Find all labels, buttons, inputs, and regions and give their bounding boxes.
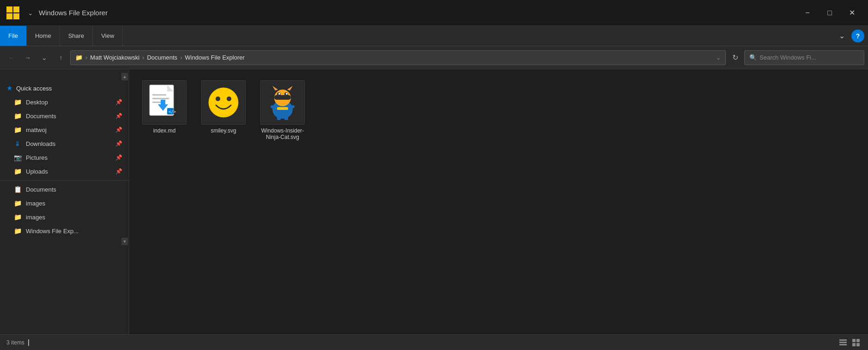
pin-icon-pictures: 📌	[115, 154, 122, 161]
svg-rect-36	[839, 339, 847, 341]
help-button[interactable]: ?	[851, 30, 864, 42]
address-bar[interactable]: 📁 › Matt Wojciakowski › Documents › Wind…	[70, 50, 726, 65]
desktop-folder-icon: 📁	[13, 97, 22, 107]
file-item-index-md[interactable]: </> index.md	[137, 77, 192, 144]
file-item-ninja-cat[interactable]: Windows-Insider-Ninja-Cat.svg	[255, 77, 310, 144]
tab-file[interactable]: File	[0, 26, 27, 46]
svg-line-27	[268, 98, 274, 99]
svg-rect-1	[13, 6, 19, 12]
back-button[interactable]: ←	[4, 50, 18, 65]
pin-icon-mattwoj: 📌	[115, 127, 122, 133]
svg-rect-7	[152, 94, 166, 96]
sidebar-scroll-up[interactable]: ▲	[121, 73, 128, 80]
tab-view[interactable]: View	[93, 26, 123, 46]
quick-access-toolbar[interactable]: ⌄	[24, 6, 37, 19]
quick-access-label: Quick access	[16, 85, 52, 92]
app-icon	[6, 6, 20, 20]
title-bar: ⌄ Windows File Explorer − □ ✕	[0, 0, 868, 26]
svg-rect-32	[289, 105, 295, 108]
window-controls: − □ ✕	[797, 5, 862, 21]
svg-rect-31	[271, 105, 276, 108]
sidebar-pictures-label: Pictures	[26, 154, 48, 161]
sidebar-wfe-label: Windows File Exp...	[26, 228, 78, 235]
sidebar-divider	[0, 180, 129, 181]
ribbon-expand-button[interactable]: ⌄	[834, 28, 850, 44]
svg-point-21	[278, 93, 280, 95]
main-layout: ▲ ★ Quick access 📁 Desktop 📌 📁 Documents…	[0, 69, 868, 334]
star-icon: ★	[6, 84, 12, 92]
sidebar-documents2-label: Documents	[26, 186, 56, 193]
wfe-folder-icon: 📁	[13, 226, 22, 235]
svg-rect-33	[277, 107, 288, 110]
documents-folder-icon: 📁	[13, 111, 22, 121]
pin-icon-uploads: 📌	[115, 168, 122, 175]
svg-line-29	[291, 98, 297, 99]
details-view-button[interactable]	[838, 337, 849, 348]
sidebar-item-mattwoj[interactable]: 📁 mattwoj 📌	[0, 123, 129, 137]
file-icon-ninja-cat	[260, 80, 305, 125]
sidebar-item-images1[interactable]: 📁 images	[0, 196, 129, 210]
svg-point-13	[209, 88, 238, 117]
sidebar-item-images2[interactable]: 📁 images	[0, 210, 129, 224]
svg-rect-35	[284, 116, 288, 120]
address-dropdown-chevron[interactable]: ⌄	[716, 54, 721, 61]
svg-rect-2	[6, 13, 12, 19]
svg-point-14	[216, 97, 220, 101]
mattwoj-folder-icon: 📁	[13, 125, 22, 134]
pin-icon-downloads: 📌	[115, 140, 122, 147]
breadcrumb-part-3: Windows File Explorer	[185, 54, 244, 61]
docs2-icon: 📋	[13, 185, 22, 194]
sidebar-item-uploads[interactable]: 📁 Uploads 📌	[0, 164, 129, 178]
minimize-button[interactable]: −	[797, 5, 818, 21]
svg-point-22	[286, 93, 288, 95]
sidebar-item-desktop[interactable]: 📁 Desktop 📌	[0, 95, 129, 109]
svg-rect-40	[856, 339, 860, 342]
sidebar-item-windowsfileexplorer[interactable]: 📁 Windows File Exp...	[0, 224, 129, 238]
tab-home[interactable]: Home	[27, 26, 60, 46]
pin-icon-docs: 📌	[115, 113, 122, 119]
maximize-button[interactable]: □	[819, 5, 840, 21]
file-name-index-md: index.md	[153, 127, 176, 134]
sidebar-images2-label: images	[26, 214, 45, 221]
breadcrumb-part-1: Matt Wojciakowski	[90, 54, 139, 61]
history-dropdown-button[interactable]: ⌄	[37, 50, 52, 65]
address-bar-row: ← → ⌄ ↑ 📁 › Matt Wojciakowski › Document…	[0, 46, 868, 69]
sidebar-item-downloads[interactable]: ⇓ Downloads 📌	[0, 137, 129, 151]
sidebar-item-documents[interactable]: 📁 Documents 📌	[0, 109, 129, 123]
file-name-ninja-cat: Windows-Insider-Ninja-Cat.svg	[259, 127, 307, 140]
item-count: 3 items	[6, 339, 24, 346]
refresh-button[interactable]: ↻	[728, 50, 742, 65]
sidebar-item-pictures[interactable]: 📷 Pictures 📌	[0, 151, 129, 164]
sidebar-mattwoj-label: mattwoj	[26, 127, 47, 133]
pin-icon: 📌	[115, 99, 122, 105]
sidebar-images1-label: images	[26, 200, 45, 207]
sidebar-quick-access-header[interactable]: ★ Quick access	[0, 81, 129, 95]
svg-point-15	[227, 97, 231, 101]
search-box[interactable]: 🔍 Search Windows Fi...	[744, 50, 864, 65]
uploads-folder-icon: 📁	[13, 167, 22, 176]
images1-folder-icon: 📁	[13, 199, 22, 208]
window-title: Windows File Explorer	[39, 9, 797, 17]
file-icon-smiley	[201, 80, 246, 125]
tab-share[interactable]: Share	[60, 26, 93, 46]
large-icons-view-button[interactable]	[850, 337, 862, 348]
pictures-icon: 📷	[13, 153, 22, 162]
svg-rect-42	[856, 343, 860, 346]
file-item-smiley[interactable]: smiley.svg	[196, 77, 251, 144]
svg-rect-41	[852, 343, 856, 346]
status-bar-right	[838, 337, 862, 348]
cursor-indicator	[28, 339, 29, 346]
up-button[interactable]: ↑	[54, 50, 68, 65]
breadcrumb-part-2: Documents	[147, 54, 177, 61]
sidebar-scroll-down[interactable]: ▼	[121, 238, 128, 245]
close-button[interactable]: ✕	[841, 5, 862, 21]
search-placeholder: Search Windows Fi...	[760, 54, 816, 61]
file-icon-index-md: </>	[142, 80, 187, 125]
sidebar-documents-label: Documents	[26, 113, 56, 120]
forward-button[interactable]: →	[20, 50, 35, 65]
ribbon: File Home Share View ⌄ ?	[0, 26, 868, 46]
sidebar-desktop-label: Desktop	[26, 99, 48, 106]
svg-rect-8	[152, 98, 169, 99]
sidebar-item-documents2[interactable]: 📋 Documents	[0, 182, 129, 196]
address-folder-icon: 📁	[75, 54, 83, 61]
